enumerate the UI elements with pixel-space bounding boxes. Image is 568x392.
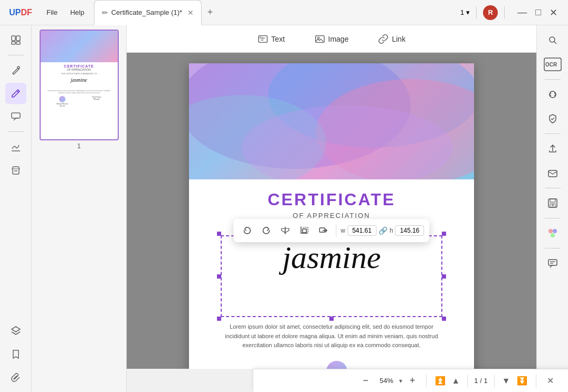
handle-mr[interactable]	[442, 274, 446, 279]
window-controls: — □ ✕	[515, 7, 560, 18]
rs-comment-panel-btn[interactable]	[542, 253, 563, 274]
rs-divider-2	[545, 133, 561, 134]
active-tab[interactable]: ✏ Certificate_Sample (1)* ✕	[94, 0, 202, 25]
sidebar-layers-tool[interactable]	[5, 320, 26, 341]
cert-title: CERTIFICATE	[210, 190, 453, 209]
mini-signer-2: Sarah Hayes Manager	[92, 96, 101, 107]
link-tool-btn[interactable]: Link	[372, 31, 412, 47]
pdf-wrapper: w 🔗 h	[189, 63, 474, 358]
ft-replace-btn[interactable]	[315, 222, 332, 239]
mini-cert-footer: Michael Winston Director Sarah Hayes Man…	[45, 96, 113, 107]
sidebar-paint-tool[interactable]	[5, 60, 26, 81]
rs-divider-3	[545, 188, 561, 188]
file-menu[interactable]: File	[41, 6, 63, 18]
link-tool-label: Link	[392, 35, 405, 43]
image-selection-box[interactable]: jasmine	[221, 235, 442, 317]
mini-cert-signature: jasmine	[66, 77, 92, 88]
rs-colorful-btn[interactable]	[542, 223, 563, 244]
rs-ocr-btn[interactable]: OCR	[542, 54, 563, 75]
sidebar-divider-1	[8, 55, 24, 55]
tab-edit-icon: ✏	[102, 8, 108, 17]
bb-nav-first-btn[interactable]: ⏫	[434, 375, 447, 387]
right-sidebar: OCR	[536, 25, 568, 392]
titlebar: UPDF File Help ✏ Certificate_Sample (1)*…	[0, 0, 568, 25]
sidebar-bookmark-tool[interactable]	[5, 343, 26, 365]
bb-nav-last-btn[interactable]: ⏬	[516, 375, 528, 387]
main-layout: CERTIFICATE OF APPRECIATION THIS CERTIFI…	[0, 25, 568, 392]
svg-line-5	[17, 91, 18, 92]
rs-search-btn[interactable]	[542, 30, 563, 51]
bb-nav-next-btn[interactable]: ▼	[501, 375, 512, 387]
ft-height-field: h	[390, 225, 424, 236]
content-area[interactable]: w 🔗 h	[127, 53, 536, 369]
svg-rect-19	[302, 229, 306, 233]
rs-email-btn[interactable]	[542, 162, 563, 184]
svg-point-4	[17, 66, 20, 69]
handle-ml[interactable]	[217, 274, 221, 279]
rs-save-btn[interactable]	[542, 193, 563, 214]
svg-point-36	[548, 229, 553, 233]
page-indicator: 1 / 1	[474, 377, 487, 385]
rs-convert-btn[interactable]	[542, 84, 563, 105]
svg-rect-3	[16, 42, 20, 44]
ft-height-input[interactable]	[395, 225, 424, 236]
svg-rect-33	[550, 199, 555, 202]
thumbnail-page-1[interactable]: CERTIFICATE OF APPRECIATION THIS CERTIFI…	[36, 30, 122, 150]
ft-width-input[interactable]	[347, 225, 376, 236]
cert-seal	[326, 361, 347, 369]
sidebar-protect-tool[interactable]	[5, 159, 26, 180]
bb-divider-2	[467, 375, 468, 387]
maximize-btn[interactable]: □	[533, 7, 543, 18]
cert-lorem: Lorem ipsum dolor sit amet, consectetur …	[210, 317, 453, 356]
svg-rect-1	[16, 36, 20, 41]
rs-divider-1	[545, 79, 561, 80]
ft-rotate-left-btn[interactable]	[239, 222, 255, 239]
svg-point-35	[552, 205, 553, 206]
add-tab-btn[interactable]: +	[203, 5, 217, 20]
app-logo: UPDF	[0, 8, 37, 17]
cert-subtitle: OF APPRECIATION	[210, 212, 453, 219]
ft-rotate-right-btn[interactable]	[258, 222, 274, 239]
cert-signatures: Michael Winston Director Sarah Hayes Man…	[210, 356, 453, 369]
rs-divider-5	[545, 248, 561, 248]
svg-point-27	[550, 37, 555, 42]
zoom-out-btn[interactable]: −	[359, 373, 372, 388]
thumbnail-image: CERTIFICATE OF APPRECIATION THIS CERTIFI…	[40, 30, 119, 140]
bb-close-btn[interactable]: ✕	[544, 375, 557, 387]
text-tool-btn[interactable]: Text	[251, 31, 291, 47]
bb-nav-prev-btn[interactable]: ▲	[451, 375, 461, 387]
menu-bar: File Help	[37, 6, 94, 18]
sidebar-sign-tool[interactable]	[5, 136, 26, 157]
close-btn[interactable]: ✕	[547, 7, 560, 18]
sidebar-page-tool[interactable]	[5, 30, 26, 51]
rs-secure-btn[interactable]	[542, 108, 563, 129]
sidebar-divider-2	[8, 131, 24, 132]
ft-flip-h-btn[interactable]	[277, 222, 294, 239]
handle-tr[interactable]	[442, 232, 446, 236]
tab-label: Certificate_Sample (1)*	[111, 8, 182, 16]
text-tool-label: Text	[271, 35, 285, 43]
image-tool-btn[interactable]: Image	[308, 31, 355, 47]
ft-width-label: w	[340, 227, 345, 234]
svg-rect-31	[548, 170, 557, 177]
zoom-dropdown-btn[interactable]: ▾	[399, 377, 402, 385]
floating-toolbar: w 🔗 h	[233, 219, 429, 242]
rs-share-btn[interactable]	[542, 138, 563, 159]
zoom-in-btn[interactable]: +	[406, 373, 419, 388]
bb-divider-4	[536, 375, 536, 387]
minimize-btn[interactable]: —	[515, 7, 529, 18]
sidebar-edit-tool[interactable]	[5, 83, 26, 104]
ft-height-label: h	[390, 227, 393, 234]
svg-rect-15	[259, 36, 261, 39]
handle-tl[interactable]	[217, 232, 221, 236]
page-nav-arrow[interactable]: ▾	[466, 8, 470, 16]
sidebar-comment-tool[interactable]	[5, 106, 26, 127]
ft-crop-btn[interactable]	[296, 222, 313, 239]
user-avatar[interactable]: R	[483, 5, 498, 20]
help-menu[interactable]: Help	[65, 6, 90, 18]
ft-width-field: w	[340, 225, 376, 236]
sidebar-attach-tool[interactable]	[5, 367, 26, 388]
ft-lock-icon[interactable]: 🔗	[378, 226, 387, 235]
page-nav-value: 1	[460, 8, 464, 16]
tab-close-btn[interactable]: ✕	[187, 8, 194, 17]
